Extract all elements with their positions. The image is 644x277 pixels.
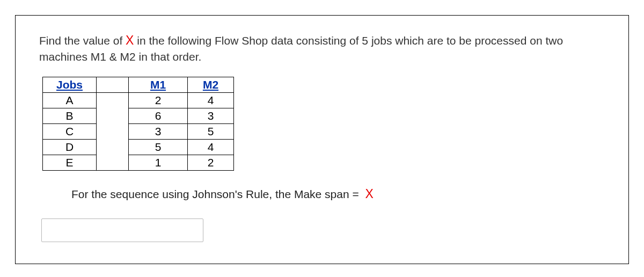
question-prefix: Find the value of <box>39 34 126 47</box>
cell-gap <box>97 92 129 170</box>
header-jobs: Jobs <box>43 77 97 92</box>
answer-x: X <box>365 187 374 201</box>
table-row: C 3 5 <box>43 123 234 139</box>
cell-m1: 3 <box>129 123 188 139</box>
question-text: Find the value of X in the following Flo… <box>39 32 605 65</box>
answer-input[interactable] <box>41 218 203 242</box>
cell-m2: 3 <box>188 108 234 123</box>
cell-m2: 4 <box>188 139 234 155</box>
x-variable: X <box>126 33 134 47</box>
answer-line: For the sequence using Johnson's Rule, t… <box>71 187 605 201</box>
question-container: Find the value of X in the following Flo… <box>0 0 644 277</box>
cell-job: A <box>43 92 97 108</box>
header-m2: M2 <box>188 77 234 92</box>
table-header-row: Jobs M1 M2 <box>43 77 234 92</box>
header-m1: M1 <box>129 77 188 92</box>
cell-m1: 2 <box>129 92 188 108</box>
table-row: E 1 2 <box>43 155 234 170</box>
cell-m2: 4 <box>188 92 234 108</box>
cell-job: E <box>43 155 97 170</box>
table-row: B 6 3 <box>43 108 234 123</box>
cell-job: B <box>43 108 97 123</box>
cell-m1: 1 <box>129 155 188 170</box>
answer-text: For the sequence using Johnson's Rule, t… <box>71 188 359 200</box>
cell-job: C <box>43 123 97 139</box>
flow-shop-table: Jobs M1 M2 A 2 4 B 6 3 C 3 5 D <box>42 77 234 171</box>
cell-m2: 5 <box>188 123 234 139</box>
cell-m1: 5 <box>129 139 188 155</box>
cell-job: D <box>43 139 97 155</box>
question-box: Find the value of X in the following Flo… <box>15 15 629 264</box>
header-gap <box>97 77 129 92</box>
cell-m1: 6 <box>129 108 188 123</box>
cell-m2: 2 <box>188 155 234 170</box>
table-row: D 5 4 <box>43 139 234 155</box>
table-row: A 2 4 <box>43 92 234 108</box>
